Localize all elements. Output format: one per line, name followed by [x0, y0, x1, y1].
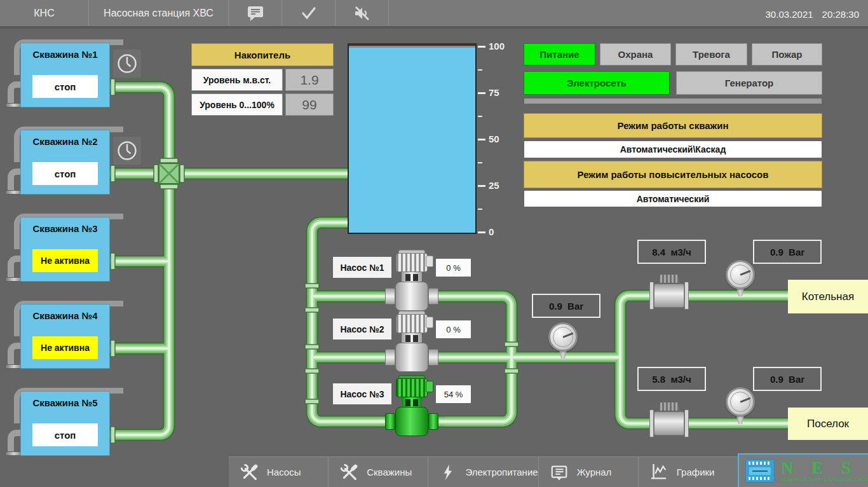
tank-level-m-label: Уровень м.в.ст. — [192, 69, 282, 90]
nav-pumps-button[interactable]: Насосы — [229, 457, 328, 487]
casing-flange — [5, 190, 23, 195]
discharge-pressure-box: 0.9 Bar — [532, 294, 600, 318]
boiler-pressure-box: 0.9 Bar — [753, 240, 822, 264]
well-block-5[interactable]: Скважина №5 стоп — [21, 392, 109, 455]
well-1-timer-button[interactable] — [113, 50, 141, 78]
well-name: Скважина №3 — [21, 223, 109, 234]
discharge-pressure-gauge — [548, 322, 578, 352]
nav-journal-button[interactable]: Журнал — [538, 457, 638, 487]
top-bar: КНС Насосная станция ХВС 30.03.2021 20:2… — [0, 0, 868, 29]
well-name: Скважина №4 — [21, 310, 109, 321]
station-title: Насосная станция ХВС — [89, 0, 229, 26]
time-label: 20:28:30 — [822, 9, 859, 20]
boiler-pressure-gauge — [726, 260, 755, 289]
tools-icon — [240, 463, 259, 482]
ack-button[interactable] — [282, 0, 336, 26]
pump-1-speed: 0 % — [436, 259, 471, 277]
wells-mode-title: Режим работы скважин — [524, 114, 822, 137]
well-status-badge: Не активна — [32, 249, 98, 272]
pump-3-graphic[interactable] — [385, 375, 438, 436]
journal-bubble-icon — [245, 3, 266, 24]
casing-flange — [5, 103, 23, 107]
destination-village: Поселок — [788, 408, 868, 440]
well-2-timer-button[interactable] — [113, 137, 141, 165]
well-block-3[interactable]: Скважина №3 Не активна — [21, 217, 109, 281]
casing-flange — [5, 451, 23, 456]
clock-icon — [113, 137, 141, 165]
nav-charts-button[interactable]: Графики — [638, 457, 738, 487]
tank-panel-title: Накопитель — [192, 44, 333, 65]
scada-screen: КНС Насосная станция ХВС 30.03.2021 20:2… — [0, 0, 868, 487]
indicator-security: Охрана — [600, 44, 670, 65]
tank-level-pct-label: Уровень 0...100% — [192, 94, 282, 115]
booster-mode-value[interactable]: Автоматический — [524, 191, 822, 207]
nav-label: Журнал — [577, 467, 612, 477]
well-status-badge: стоп — [32, 162, 98, 185]
well-block-1[interactable]: Скважина №1 стоп — [21, 43, 109, 107]
bottom-nav: Насосы Скважины Электропитание — [229, 456, 738, 487]
datetime: 30.03.2021 20:28:30 — [766, 0, 859, 29]
cross-junction — [159, 163, 179, 184]
boiler-flow-meter — [649, 275, 689, 310]
scale-label-75: 75 — [489, 87, 512, 99]
well-status-badge: стоп — [32, 423, 98, 446]
indicator-fire: Пожар — [752, 44, 822, 65]
boiler-flow-box: 8.4 м3/ч — [637, 240, 706, 264]
indicator-grid: Электросеть — [524, 72, 669, 94]
well-status-badge: Не активна — [32, 336, 98, 359]
tank-level-pct-value: 99 — [286, 94, 333, 115]
indicator-alarm: Тревога — [676, 44, 747, 65]
pump-1-graphic[interactable] — [385, 250, 438, 311]
casing-flange — [5, 364, 23, 369]
check-icon — [299, 3, 319, 24]
clock-icon — [113, 50, 141, 78]
nav-label: Скважины — [367, 467, 412, 477]
journal-icon — [550, 463, 569, 482]
pump-2-label[interactable]: Насос №2 — [333, 319, 391, 340]
village-pressure-box: 0.9 Bar — [753, 367, 822, 391]
village-flow-meter — [649, 402, 689, 437]
mute-icon — [352, 3, 372, 24]
journal-bubble-button[interactable] — [229, 0, 282, 26]
nav-label: Графики — [677, 467, 715, 477]
pump-2-graphic[interactable] — [385, 311, 438, 372]
pump-2-speed: 0 % — [436, 320, 471, 338]
chart-icon — [649, 463, 668, 482]
scale-label-0: 0 — [489, 226, 512, 238]
well-status-badge: стоп — [32, 75, 98, 98]
well-name: Скважина №2 — [21, 136, 109, 147]
scale-label-50: 50 — [489, 134, 512, 145]
well-name: Скважина №5 — [21, 397, 109, 408]
well-name: Скважина №1 — [21, 49, 109, 60]
mute-button[interactable] — [336, 0, 389, 26]
scale-label-25: 25 — [489, 180, 512, 191]
indicator-generator: Генератор — [677, 72, 822, 94]
scale-label-100: 100 — [489, 41, 512, 52]
nav-power-button[interactable]: Электропитание — [428, 457, 538, 487]
destination-boiler: Котельная — [788, 280, 868, 313]
nes-logo: N E S СЕВЕРНЫЕ ЭНЕРГЕТИЧЕСКИЕ СИСТЕМЫ — [738, 453, 868, 487]
pump-3-speed: 54 % — [436, 385, 471, 403]
tank-water — [349, 48, 475, 233]
tank-scale — [478, 46, 485, 48]
well-block-4[interactable]: Скважина №4 Не активна — [21, 305, 109, 368]
nav-label: Насосы — [267, 467, 301, 477]
tank-level-m-value: 1.9 — [286, 69, 333, 90]
nes-logo-icon — [745, 459, 775, 483]
panel-divider — [524, 99, 822, 104]
nes-subtitle: СЕВЕРНЫЕ ЭНЕРГЕТИЧЕСКИЕ СИСТЕМЫ — [781, 478, 868, 483]
nav-wells-button[interactable]: Скважины — [328, 457, 428, 487]
casing-flange — [5, 277, 23, 282]
nav-label: Электропитание — [465, 467, 538, 477]
wells-mode-value[interactable]: Автоматический\Каскад — [524, 141, 822, 158]
booster-mode-title: Режим работы повысительных насосов — [524, 161, 822, 188]
pump-3-label[interactable]: Насос №3 — [333, 383, 391, 404]
indicator-power: Питание — [524, 44, 595, 65]
nav-kns-button[interactable]: КНС — [0, 0, 89, 26]
village-pressure-gauge — [726, 387, 755, 416]
storage-tank — [348, 43, 477, 234]
pump-1-label[interactable]: Насос №1 — [333, 257, 391, 278]
village-flow-box: 5.8 м3/ч — [637, 367, 706, 391]
lightning-icon — [439, 463, 457, 482]
well-block-2[interactable]: Скважина №2 стоп — [21, 130, 109, 194]
